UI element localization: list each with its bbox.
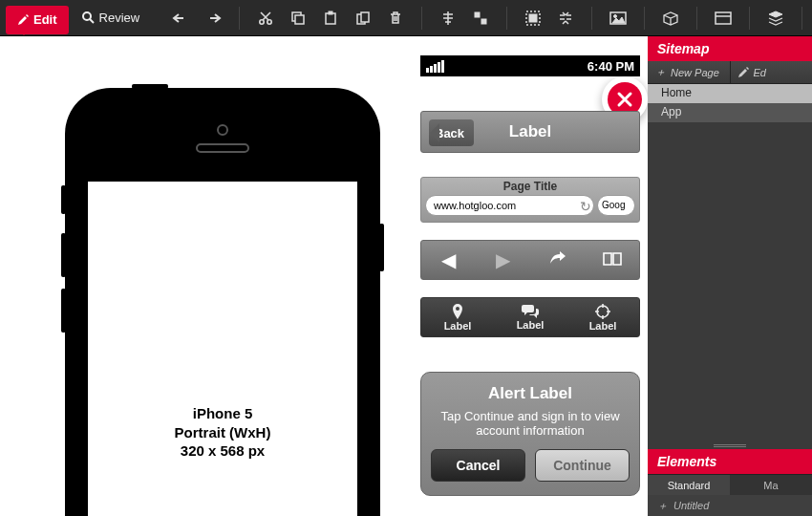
separator bbox=[696, 7, 697, 30]
edit-label: Edit bbox=[33, 12, 57, 27]
url-input[interactable] bbox=[425, 195, 594, 216]
tab-standard[interactable]: Standard bbox=[648, 475, 730, 495]
phone-volume-up bbox=[61, 233, 66, 277]
ungroup-icon[interactable] bbox=[555, 8, 576, 29]
tab-location[interactable]: Label bbox=[421, 298, 494, 336]
svg-rect-11 bbox=[481, 19, 486, 24]
magnify-icon bbox=[82, 11, 95, 24]
ios-alert-widget[interactable]: Alert Label Tap Continue and sign in to … bbox=[420, 372, 640, 496]
canvas-area[interactable]: iPhone 5 Portrait (WxH) 320 x 568 px 6:4… bbox=[0, 36, 648, 516]
svg-rect-6 bbox=[326, 13, 335, 24]
sitemap-page-home[interactable]: Home bbox=[648, 84, 812, 103]
tab-target[interactable]: Label bbox=[566, 298, 639, 336]
separator bbox=[506, 7, 507, 30]
new-page-button[interactable]: ＋ New Page bbox=[648, 61, 730, 83]
svg-rect-7 bbox=[329, 11, 332, 14]
bookmarks-icon[interactable] bbox=[585, 249, 639, 271]
sitemap-page-app[interactable]: App bbox=[648, 103, 812, 122]
review-mode-tab[interactable]: Review bbox=[82, 11, 140, 25]
continue-button[interactable]: Continue bbox=[535, 449, 630, 482]
phone-volume-down bbox=[61, 289, 66, 333]
align-icon[interactable] bbox=[438, 8, 459, 29]
edit-mode-tab[interactable]: Edit bbox=[6, 6, 69, 34]
top-toolbar: Edit Review 10:2 bbox=[0, 0, 812, 36]
separator bbox=[644, 7, 645, 30]
svg-line-1 bbox=[90, 19, 94, 23]
svg-point-0 bbox=[83, 12, 91, 20]
ios-statusbar-widget[interactable]: 6:40 PM bbox=[420, 55, 640, 76]
distribute-icon[interactable] bbox=[470, 8, 491, 29]
navbar-title: Label bbox=[509, 122, 551, 141]
sitemap-heading: Sitemap bbox=[648, 36, 812, 61]
ios-browser-toolbar-widget[interactable]: ◀ ▶ bbox=[420, 240, 640, 280]
separator bbox=[591, 7, 592, 30]
widget-samples: 6:40 PM Back Label Page Title Goog ↻ ◀ ▶ bbox=[420, 55, 640, 496]
share-icon[interactable] bbox=[530, 249, 585, 271]
duplicate-icon[interactable] bbox=[353, 8, 374, 29]
add-element-row[interactable]: ＋ Untitled bbox=[648, 495, 812, 516]
undo-icon[interactable] bbox=[170, 8, 191, 29]
plus-icon: ＋ bbox=[655, 65, 666, 79]
sitemap-actions: ＋ New Page Ed bbox=[648, 61, 812, 84]
layers-icon[interactable] bbox=[765, 8, 786, 29]
phone-info-text: iPhone 5 Portrait (WxH) 320 x 568 px bbox=[175, 404, 271, 461]
nav-forward-icon[interactable]: ▶ bbox=[476, 248, 530, 271]
spacer bbox=[648, 122, 812, 441]
crosshair-icon bbox=[595, 304, 610, 319]
elements-heading: Elements bbox=[648, 449, 812, 474]
right-panel: Sitemap ＋ New Page Ed Home App Elements … bbox=[648, 36, 812, 516]
back-button[interactable]: Back bbox=[429, 119, 474, 146]
pencil-icon bbox=[738, 67, 749, 77]
ios-tabbar-widget[interactable]: Label Label Label bbox=[420, 297, 640, 337]
statusbar-time: 6:40 PM bbox=[588, 59, 634, 74]
phone-orientation: Portrait (WxH) bbox=[175, 423, 271, 442]
svg-rect-10 bbox=[475, 12, 480, 17]
paste-icon[interactable] bbox=[320, 8, 341, 29]
nav-back-icon[interactable]: ◀ bbox=[421, 248, 476, 271]
toolbar-icon-group bbox=[164, 7, 812, 30]
elements-tabs: Standard Ma bbox=[648, 474, 812, 495]
panel-resize-handle[interactable] bbox=[648, 441, 812, 449]
pencil-icon bbox=[17, 14, 29, 26]
phone-dimensions: 320 x 568 px bbox=[175, 441, 271, 461]
phone-camera-icon bbox=[217, 124, 228, 136]
tab-chat[interactable]: Label bbox=[494, 298, 566, 336]
group-icon[interactable] bbox=[523, 8, 544, 29]
pin-icon bbox=[451, 304, 464, 319]
iphone5-device-frame[interactable]: iPhone 5 Portrait (WxH) 320 x 568 px bbox=[65, 88, 380, 516]
svg-rect-16 bbox=[716, 12, 731, 24]
google-button[interactable]: Goog bbox=[597, 195, 635, 216]
svg-rect-5 bbox=[295, 15, 304, 24]
edit-pages-button[interactable]: Ed bbox=[730, 61, 813, 83]
phone-screen[interactable]: iPhone 5 Portrait (WxH) 320 x 568 px bbox=[88, 182, 357, 516]
phone-power-button bbox=[379, 224, 384, 271]
window-icon[interactable] bbox=[713, 8, 734, 29]
box-icon[interactable] bbox=[660, 8, 681, 29]
svg-point-15 bbox=[614, 14, 617, 17]
phone-mute-switch bbox=[61, 185, 66, 214]
alert-body: Tap Continue and sign in to view account… bbox=[431, 409, 630, 438]
trash-icon[interactable] bbox=[385, 8, 406, 29]
separator bbox=[421, 7, 422, 30]
copy-icon[interactable] bbox=[288, 8, 309, 29]
signal-bars-icon bbox=[426, 60, 444, 73]
phone-model: iPhone 5 bbox=[175, 404, 271, 423]
cancel-button[interactable]: Cancel bbox=[431, 449, 525, 482]
redo-icon[interactable] bbox=[203, 8, 224, 29]
ios-navbar-widget[interactable]: Back Label bbox=[420, 111, 640, 153]
separator bbox=[749, 7, 750, 30]
alert-title: Alert Label bbox=[431, 384, 630, 403]
page-title-label: Page Title bbox=[421, 180, 639, 193]
svg-rect-9 bbox=[361, 12, 369, 22]
phone-top-button bbox=[132, 84, 168, 89]
svg-rect-13 bbox=[529, 14, 537, 22]
cut-icon[interactable] bbox=[255, 8, 276, 29]
chat-icon bbox=[522, 305, 539, 318]
tab-master[interactable]: Ma bbox=[730, 475, 812, 495]
review-label: Review bbox=[99, 11, 140, 25]
plus-icon: ＋ bbox=[657, 499, 668, 513]
reload-icon[interactable]: ↻ bbox=[580, 199, 591, 214]
image-icon[interactable] bbox=[608, 8, 629, 29]
separator bbox=[239, 7, 240, 30]
ios-searchbar-widget[interactable]: Page Title Goog ↻ bbox=[420, 177, 640, 223]
